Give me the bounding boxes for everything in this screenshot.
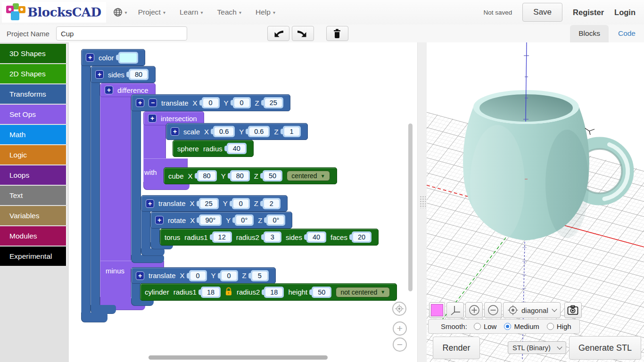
value-field[interactable]: 50: [263, 170, 282, 181]
color-field[interactable]: [118, 52, 138, 64]
smooth-radio-high[interactable]: High: [547, 322, 571, 330]
menu-help[interactable]: Help▾: [248, 8, 282, 16]
block-label: radius2: [237, 288, 260, 296]
value-field[interactable]: 2: [263, 198, 281, 209]
render-button[interactable]: Render: [433, 337, 480, 359]
expand-icon[interactable]: +: [146, 199, 154, 208]
zoom-out-button[interactable]: −: [393, 337, 407, 352]
block-translate-2[interactable]: +translateX25Y0Z2: [141, 195, 288, 212]
expand-icon[interactable]: +: [136, 272, 144, 280]
viewport-zoom-out-button[interactable]: [484, 302, 502, 318]
vertical-scrollbar[interactable]: [408, 123, 413, 291]
value-field[interactable]: 12: [212, 231, 232, 243]
lock-icon[interactable]: [225, 287, 232, 297]
block-sides[interactable]: +sides80: [91, 66, 156, 83]
expand-icon[interactable]: +: [171, 127, 179, 136]
block-label: rotate: [168, 216, 186, 224]
menu-teach[interactable]: Teach▾: [210, 8, 248, 16]
value-field[interactable]: 3: [264, 231, 281, 243]
export-format-value: STL (Binary): [512, 344, 551, 352]
value-field[interactable]: 1: [283, 126, 301, 137]
generate-stl-button[interactable]: Generate STL: [569, 336, 641, 360]
dropdown-field[interactable]: centered▼: [287, 171, 330, 181]
redo-button[interactable]: [292, 26, 314, 41]
render-viewport[interactable]: diagonal Smooth: LowMediumHigh Render ST…: [427, 42, 644, 362]
panel-splitter[interactable]: [417, 42, 427, 362]
value-field[interactable]: 25: [264, 97, 283, 108]
horizontal-scrollbar[interactable]: [149, 355, 328, 360]
value-field[interactable]: 0: [233, 97, 251, 108]
block-label: Z: [274, 128, 278, 136]
screenshot-button[interactable]: [564, 302, 582, 318]
value-field[interactable]: 25: [199, 198, 219, 209]
block-cube[interactable]: cubeX80Y80Z50centered▼: [164, 167, 337, 184]
block-scale[interactable]: +scaleX0.6Y0.6Z1: [166, 123, 308, 140]
trash-button[interactable]: [326, 26, 348, 41]
expand-icon[interactable]: +: [136, 99, 144, 107]
value-field[interactable]: 0: [202, 97, 220, 108]
block-label: difference: [117, 86, 149, 94]
value-field[interactable]: 50: [312, 287, 331, 298]
undo-button[interactable]: [267, 26, 289, 41]
radio-icon: [504, 323, 511, 330]
smooth-radio-low[interactable]: Low: [474, 322, 497, 330]
export-format-select[interactable]: STL (Binary): [508, 341, 566, 354]
block-label: Z: [258, 216, 262, 224]
block-torus[interactable]: torusradius112radius23sides40faces20: [160, 229, 379, 246]
expand-icon[interactable]: +: [95, 70, 104, 79]
dropdown-field[interactable]: not centered▼: [336, 287, 390, 297]
viewport-zoom-in-button[interactable]: [465, 302, 483, 318]
value-field[interactable]: 80: [230, 170, 250, 181]
view-preset-select[interactable]: diagonal: [521, 306, 556, 314]
value-field[interactable]: 80: [129, 69, 149, 80]
value-field[interactable]: 80: [197, 170, 217, 181]
value-field[interactable]: 40: [306, 231, 326, 243]
expand-icon[interactable]: +: [155, 216, 164, 224]
menu-learn[interactable]: Learn▾: [173, 8, 210, 16]
menu-project[interactable]: Project▾: [131, 8, 173, 16]
expand-icon[interactable]: +: [148, 114, 157, 123]
value-field[interactable]: 0: [189, 270, 207, 281]
block-label: X: [190, 199, 195, 207]
block-translate-3[interactable]: +translateX0Y0Z5: [131, 267, 276, 284]
value-field[interactable]: 18: [201, 287, 221, 298]
value-field[interactable]: 90°: [199, 214, 222, 226]
language-menu[interactable]: ▾: [113, 7, 127, 17]
tab-code[interactable]: Code: [618, 29, 638, 38]
value-field[interactable]: 40: [227, 143, 247, 154]
statement-label-with: with: [144, 168, 157, 176]
value-field[interactable]: 0°: [266, 214, 285, 226]
login-link[interactable]: Login: [614, 8, 636, 17]
collapse-icon[interactable]: −: [149, 99, 157, 107]
block-color[interactable]: +color: [81, 49, 145, 66]
block-translate-1[interactable]: +−translateX0Y0Z25: [131, 94, 290, 111]
project-name-input[interactable]: [56, 26, 187, 41]
block-sphere[interactable]: sphereradius40: [173, 140, 254, 157]
smooth-radio-medium[interactable]: Medium: [504, 322, 539, 330]
value-field[interactable]: 0: [220, 270, 238, 281]
zoom-in-button[interactable]: +: [393, 321, 407, 336]
zoom-reset-icon: [395, 304, 404, 313]
block-label: cube: [168, 172, 184, 180]
value-field[interactable]: 5: [251, 270, 269, 281]
block-rotate[interactable]: +rotateX90°Y0°Z0°: [150, 212, 292, 229]
value-field[interactable]: 0.6: [248, 126, 270, 137]
model-color-button[interactable]: [429, 302, 445, 318]
save-button[interactable]: Save: [522, 3, 562, 22]
tab-blocks[interactable]: Blocks: [570, 25, 609, 42]
expand-icon[interactable]: +: [105, 86, 113, 94]
register-link[interactable]: Register: [573, 8, 604, 17]
blocks-workspace[interactable]: + − +color+sides80+difference+−translate…: [0, 42, 417, 362]
value-field[interactable]: 0.6: [213, 126, 235, 137]
value-field[interactable]: 20: [352, 231, 372, 243]
view-center-icon[interactable]: [507, 304, 519, 316]
value-field[interactable]: 18: [264, 287, 284, 298]
value-field[interactable]: 0: [232, 198, 250, 209]
toggle-axes-button[interactable]: [446, 302, 464, 318]
zoom-reset-button[interactable]: [392, 302, 406, 316]
blockscad-logo[interactable]: BlocksCAD: [2, 2, 106, 23]
block-cylinder[interactable]: cylinderradius118radius218height50not ce…: [140, 283, 397, 301]
navbar: BlocksCAD ▾ Project▾Learn▾Teach▾Help▾ No…: [0, 0, 644, 25]
expand-icon[interactable]: +: [86, 53, 94, 62]
value-field[interactable]: 0°: [235, 214, 254, 226]
